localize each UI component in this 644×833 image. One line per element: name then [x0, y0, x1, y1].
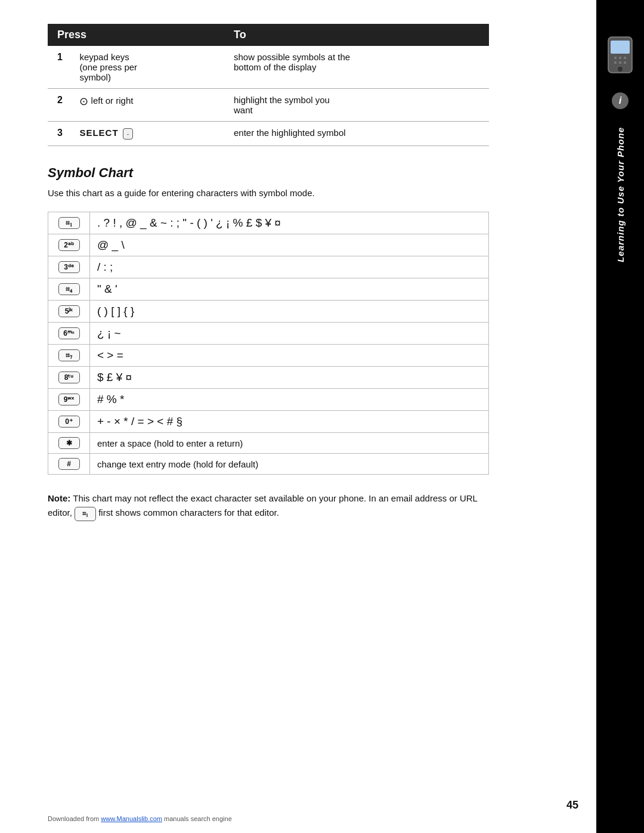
- svg-rect-1: [611, 41, 630, 54]
- select-key: ·: [123, 128, 134, 140]
- symbol-row: ✱ enter a space (hold to enter a return): [48, 433, 489, 454]
- to-cell: enter the highlighted symbol: [224, 122, 489, 146]
- key-icon: ⌗₁: [58, 217, 80, 229]
- to-cell: highlight the symbol youwant: [224, 89, 489, 122]
- svg-rect-3: [614, 57, 617, 59]
- symbols-display: / : ;: [97, 261, 113, 273]
- symbols-display: # % *: [97, 393, 124, 405]
- key-icon: 5ʲᵏ: [58, 305, 80, 317]
- symbols-cell: change text entry mode (hold for default…: [90, 454, 489, 475]
- key-icon: 2ᵃᵇ: [58, 239, 80, 251]
- key-cell: 8ᵗᵘ: [48, 367, 90, 389]
- symbol-row: 6ᵐⁿ ¿ ¡ ~: [48, 323, 489, 345]
- svg-rect-5: [624, 57, 626, 59]
- table-row: 2 ⊙ left or right highlight the symbol y…: [48, 89, 489, 122]
- symbols-display: change text entry mode (hold for default…: [97, 459, 258, 469]
- symbols-display: @ _ \: [97, 239, 125, 251]
- key-icon: ⌗₄: [58, 283, 80, 295]
- nav-icon: ⊙: [79, 95, 88, 108]
- key-cell: ⌗₇: [48, 345, 90, 367]
- section-title: Symbol Chart: [48, 165, 489, 181]
- symbol-row: 9ʷˣ # % *: [48, 389, 489, 411]
- footer-prefix: Downloaded from: [48, 815, 101, 822]
- key-icon: 6ᵐⁿ: [58, 327, 80, 339]
- svg-rect-6: [614, 61, 617, 64]
- symbols-display: enter a space (hold to enter a return): [97, 438, 243, 448]
- key-cell: 9ʷˣ: [48, 389, 90, 411]
- row-num: 3: [48, 122, 70, 146]
- symbols-cell: ( ) [ ] { }: [90, 301, 489, 323]
- symbols-display: ( ) [ ] { }: [97, 305, 134, 317]
- press-cell: keypad keys(one press persymbol): [70, 46, 224, 89]
- key-icon: 0⁺: [58, 416, 80, 428]
- symbol-chart-section: Symbol Chart Use this chart as a guide f…: [48, 165, 489, 521]
- to-cell: show possible symbols at thebottom of th…: [224, 46, 489, 89]
- key-cell: ✱: [48, 433, 90, 454]
- svg-rect-8: [624, 61, 626, 64]
- symbol-row: ⌗₇ < > =: [48, 345, 489, 367]
- note-section: Note: This chart may not reflect the exa…: [48, 491, 489, 521]
- key-icon: ⌗₇: [58, 349, 80, 361]
- section-desc: Use this chart as a guide for entering c…: [48, 187, 489, 200]
- symbols-cell: + - × * / = > < # §: [90, 411, 489, 433]
- symbols-cell: . ? ! , @ _ & ~ : ; " - ( ) ' ¿ ¡ % £ $ …: [90, 212, 489, 234]
- symbols-cell: # % *: [90, 389, 489, 411]
- row-num: 1: [48, 46, 70, 89]
- table-row: 3 SELECT · enter the highlighted symbol: [48, 122, 489, 146]
- symbol-row: # change text entry mode (hold for defau…: [48, 454, 489, 475]
- key-icon: 8ᵗᵘ: [58, 371, 80, 383]
- symbols-display: < > =: [97, 349, 123, 361]
- symbols-display: ¿ ¡ ~: [97, 327, 121, 339]
- select-word: SELECT: [79, 128, 118, 138]
- symbol-row: ⌗₁ . ? ! , @ _ & ~ : ; " - ( ) ' ¿ ¡ % £…: [48, 212, 489, 234]
- symbols-cell: " & ': [90, 278, 489, 301]
- row-num: 2: [48, 89, 70, 122]
- symbols-display: + - × * / = > < # §: [97, 415, 182, 428]
- key-icon: 9ʷˣ: [58, 394, 80, 405]
- key-icon: #: [58, 458, 80, 470]
- press-cell: ⊙ left or right: [70, 89, 224, 122]
- phone-icon: [605, 36, 636, 78]
- symbol-row: 3ᵈᵉ / : ;: [48, 256, 489, 278]
- symbol-row: 0⁺ + - × * / = > < # §: [48, 411, 489, 433]
- key-cell: 6ᵐⁿ: [48, 323, 90, 345]
- key-icon: 3ᵈᵉ: [58, 261, 80, 273]
- key-cell: 0⁺: [48, 411, 90, 433]
- symbols-cell: / : ;: [90, 256, 489, 278]
- symbols-cell: ¿ ¡ ~: [90, 323, 489, 345]
- key-cell: 3ᵈᵉ: [48, 256, 90, 278]
- symbols-cell: < > =: [90, 345, 489, 367]
- key-cell: 5ʲᵏ: [48, 301, 90, 323]
- symbol-row: 2ᵃᵇ @ _ \: [48, 234, 489, 256]
- footer: Downloaded from www.Manualslib.com manua…: [48, 815, 232, 822]
- key-cell: ⌗₄: [48, 278, 90, 301]
- symbols-cell: @ _ \: [90, 234, 489, 256]
- key-cell: #: [48, 454, 90, 475]
- info-icon: i: [612, 92, 628, 109]
- to-header: To: [224, 24, 489, 46]
- press-cell: SELECT ·: [70, 122, 224, 146]
- key-icon: ✱: [58, 437, 80, 449]
- footer-link[interactable]: www.Manualslib.com: [101, 815, 162, 822]
- footer-suffix: manuals search engine: [162, 815, 232, 822]
- symbols-display: $ £ ¥ ¤: [97, 371, 132, 383]
- symbol-row: 8ᵗᵘ $ £ ¥ ¤: [48, 367, 489, 389]
- symbols-cell: $ £ ¥ ¤: [90, 367, 489, 389]
- inline-key-icon: ⌗₁: [75, 507, 96, 521]
- svg-rect-4: [619, 57, 621, 59]
- page-number: 45: [566, 799, 578, 812]
- note-content: This chart may not reflect the exact cha…: [48, 493, 477, 518]
- note-bold: Note:: [48, 493, 70, 503]
- symbols-display: . ? ! , @ _ & ~ : ; " - ( ) ' ¿ ¡ % £ $ …: [97, 216, 281, 229]
- symbol-row: 5ʲᵏ ( ) [ ] { }: [48, 301, 489, 323]
- symbols-cell: enter a space (hold to enter a return): [90, 433, 489, 454]
- sidebar: i Learning to Use Your Phone: [596, 0, 644, 833]
- sidebar-label: Learning to Use Your Phone: [615, 127, 626, 262]
- symbol-chart-table: ⌗₁ . ? ! , @ _ & ~ : ; " - ( ) ' ¿ ¡ % £…: [48, 212, 489, 475]
- key-cell: 2ᵃᵇ: [48, 234, 90, 256]
- press-to-table: Press To 1 keypad keys(one press persymb…: [48, 24, 489, 146]
- symbols-display: " & ': [97, 283, 117, 295]
- svg-rect-7: [619, 61, 621, 64]
- symbol-row: ⌗₄ " & ': [48, 278, 489, 301]
- svg-point-2: [617, 66, 623, 72]
